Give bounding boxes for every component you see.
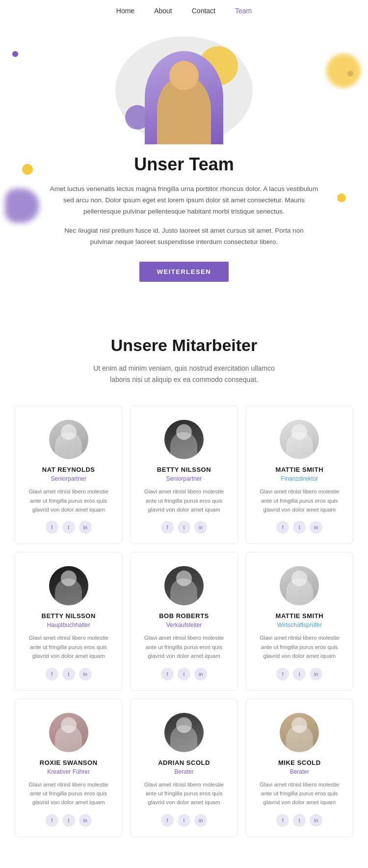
- avatar-body: [170, 578, 197, 605]
- hero-desc2: Nec feugiat nisl pretium fusce id. Justo…: [61, 225, 307, 248]
- team-member-name: BOB ROBERTS: [159, 612, 209, 620]
- team-member-role: Finanzdirektor: [281, 475, 318, 482]
- nav-contact[interactable]: Contact: [192, 7, 215, 15]
- instagram-icon[interactable]: in: [310, 521, 322, 534]
- social-icons: f t in: [161, 668, 207, 680]
- team-member-role: Hauptbuchhalter: [47, 622, 90, 628]
- team-card: MATTIE SMITH Finanzdirektor Glavi amet r…: [246, 406, 353, 544]
- team-member-name: NAT REYNOLDS: [42, 466, 95, 473]
- hero-section: Unser Team Amet luctus venenatis lectus …: [0, 22, 368, 306]
- facebook-icon[interactable]: f: [276, 668, 289, 680]
- instagram-icon[interactable]: in: [194, 668, 207, 680]
- team-member-name: ADRIAN SCOLD: [158, 759, 210, 766]
- hero-person-head: [169, 61, 199, 90]
- team-avatar: [280, 420, 319, 459]
- team-card: BOB ROBERTS Verkaufsleiter Glavi amet ri…: [130, 552, 237, 690]
- team-section: Unsere Mitarbeiter Ut enim ad minim veni…: [0, 306, 368, 857]
- team-card: MIKE SCOLD Berater Glavi amet ritnisl li…: [246, 699, 353, 837]
- dot-yellow-blob-right: [326, 54, 361, 88]
- facebook-icon[interactable]: f: [46, 814, 58, 827]
- facebook-icon[interactable]: f: [161, 668, 174, 680]
- avatar-head: [176, 570, 192, 586]
- facebook-icon[interactable]: f: [46, 668, 58, 680]
- nav-home[interactable]: Home: [116, 7, 134, 15]
- social-icons: f t in: [276, 668, 322, 680]
- team-member-desc: Glavi amet ritnisl libero molestie ante …: [23, 780, 114, 807]
- team-member-desc: Glavi amet ritnisl libero molestie ante …: [23, 633, 114, 660]
- team-member-name: BETTY NILSSON: [42, 612, 96, 620]
- instagram-icon[interactable]: in: [79, 814, 92, 827]
- twitter-icon[interactable]: t: [293, 814, 306, 827]
- facebook-icon[interactable]: f: [161, 521, 174, 534]
- facebook-icon[interactable]: f: [46, 521, 58, 534]
- facebook-icon[interactable]: f: [161, 814, 174, 827]
- twitter-icon[interactable]: t: [293, 521, 306, 534]
- nav-team[interactable]: Team: [235, 7, 252, 15]
- dot-yellow-right2: [337, 193, 346, 202]
- twitter-icon[interactable]: t: [178, 814, 190, 827]
- instagram-icon[interactable]: in: [194, 814, 207, 827]
- avatar-head: [176, 424, 192, 440]
- team-member-name: MATTIE SMITH: [276, 466, 323, 473]
- avatar-head: [291, 717, 307, 733]
- avatar-body: [170, 725, 197, 752]
- dot-blue-topleft: [12, 51, 18, 57]
- team-member-role: Verkaufsleiter: [166, 622, 202, 628]
- social-icons: f t in: [46, 521, 92, 534]
- instagram-icon[interactable]: in: [194, 521, 207, 534]
- instagram-icon[interactable]: in: [79, 668, 92, 680]
- team-member-role: Kreativer Führer: [47, 768, 90, 775]
- team-avatar: [49, 713, 88, 752]
- twitter-icon[interactable]: t: [293, 668, 306, 680]
- avatar-body: [55, 432, 82, 459]
- twitter-icon[interactable]: t: [62, 668, 75, 680]
- avatar-body: [55, 725, 82, 752]
- team-card: ROXIE SWANSON Kreativer Führer Glavi ame…: [15, 699, 122, 837]
- nav-about[interactable]: About: [154, 7, 172, 15]
- hero-desc1: Amet luctus venenatis lectus magna fring…: [47, 184, 321, 217]
- team-member-desc: Glavi amet ritnisl libero molestie ante …: [254, 487, 345, 514]
- team-avatar: [49, 566, 88, 605]
- team-avatar: [164, 713, 204, 752]
- team-grid: NAT REYNOLDS Seniorpartner Glavi amet ri…: [15, 406, 353, 837]
- avatar-body: [286, 725, 313, 752]
- avatar-head: [61, 424, 77, 440]
- twitter-icon[interactable]: t: [178, 521, 190, 534]
- main-nav: Home About Contact Team: [0, 0, 368, 22]
- team-member-desc: Glavi amet ritnisl libero molestie ante …: [254, 633, 345, 660]
- team-member-name: MIKE SCOLD: [278, 759, 321, 766]
- team-card: MATTIE SMITH Wirtschaftsprüfer Glavi ame…: [246, 552, 353, 690]
- avatar-head: [61, 717, 77, 733]
- twitter-icon[interactable]: t: [62, 814, 75, 827]
- twitter-icon[interactable]: t: [178, 668, 190, 680]
- team-member-name: MATTIE SMITH: [276, 612, 323, 620]
- instagram-icon[interactable]: in: [310, 814, 322, 827]
- team-member-role: Berater: [174, 768, 193, 775]
- team-card: BETTY NILSSON Hauptbuchhalter Glavi amet…: [15, 552, 122, 690]
- hero-person-body: [157, 76, 211, 144]
- instagram-icon[interactable]: in: [310, 668, 322, 680]
- social-icons: f t in: [46, 668, 92, 680]
- facebook-icon[interactable]: f: [276, 814, 289, 827]
- social-icons: f t in: [161, 814, 207, 827]
- instagram-icon[interactable]: in: [79, 521, 92, 534]
- dot-purple-blob-left: [5, 189, 39, 223]
- avatar-body: [286, 432, 313, 459]
- twitter-icon[interactable]: t: [62, 521, 75, 534]
- social-icons: f t in: [276, 814, 322, 827]
- avatar-body: [286, 578, 313, 605]
- team-member-desc: Glavi amet ritnisl libero molestie ante …: [23, 487, 114, 514]
- team-member-role: Seniorpartner: [51, 475, 86, 482]
- facebook-icon[interactable]: f: [276, 521, 289, 534]
- social-icons: f t in: [46, 814, 92, 827]
- avatar-body: [170, 432, 197, 459]
- team-member-desc: Glavi amet ritnisl libero molestie ante …: [254, 780, 345, 807]
- team-card: BETTY NILSSON Seniorpartner Glavi amet r…: [130, 406, 237, 544]
- hero-person-illustration: [145, 51, 223, 144]
- team-avatar: [280, 566, 319, 605]
- hero-weiterlesen-button[interactable]: WEITERLESEN: [139, 262, 229, 282]
- team-member-role: Berater: [290, 768, 309, 775]
- team-member-role: Seniorpartner: [166, 475, 202, 482]
- team-section-title: Unsere Mitarbeiter: [15, 336, 353, 355]
- avatar-head: [176, 717, 192, 733]
